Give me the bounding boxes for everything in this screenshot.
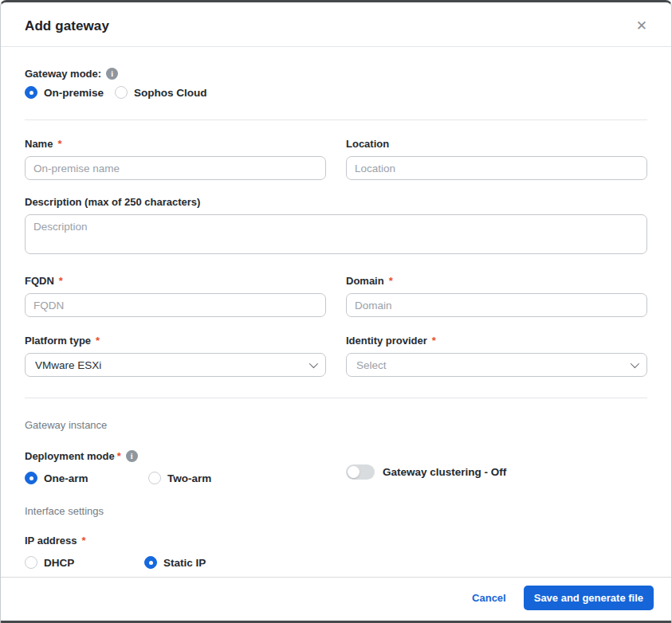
dialog-body: Gateway mode: i On-premise Sophos Cloud …: [1, 47, 671, 623]
gateway-clustering-group: Gateway clustering - Off: [346, 450, 647, 484]
divider: [25, 398, 647, 398]
dialog-header: Add gateway ✕: [1, 2, 671, 47]
deployment-mode-group: Deployment mode * i One-arm Two-arm: [25, 450, 326, 484]
radio-on-premise[interactable]: On-premise: [25, 86, 104, 99]
required-marker: *: [57, 138, 61, 150]
radio-one-arm[interactable]: One-arm: [25, 472, 148, 484]
required-marker: *: [59, 275, 63, 287]
deployment-mode-radio-group: One-arm Two-arm: [25, 472, 326, 484]
description-textarea[interactable]: [25, 214, 647, 254]
location-field-group: Location: [346, 138, 647, 180]
name-location-row: Name * Location: [25, 138, 647, 180]
dialog-footer: Cancel Save and generate file: [1, 577, 671, 621]
gateway-clustering-label: Gateway clustering - Off: [383, 466, 506, 478]
gateway-instance-section-label: Gateway instance: [25, 419, 647, 431]
location-label: Location: [346, 138, 389, 150]
radio-static-ip[interactable]: Static IP: [144, 556, 206, 569]
platform-identity-row: Platform type * VMware ESXi Identity pro…: [25, 335, 647, 377]
required-marker: *: [389, 275, 393, 287]
deployment-mode-label: Deployment mode: [25, 450, 115, 462]
ip-address-radio-group: DHCP Static IP: [25, 556, 647, 569]
domain-input[interactable]: [346, 293, 647, 317]
radio-unselected-icon: [148, 472, 161, 484]
platform-type-field-group: Platform type * VMware ESXi: [25, 335, 326, 377]
info-icon[interactable]: i: [126, 450, 138, 462]
save-and-generate-file-button[interactable]: Save and generate file: [524, 586, 654, 610]
toggle-off-icon: [346, 464, 375, 480]
ip-address-label: IP address: [25, 535, 77, 547]
radio-selected-icon: [25, 472, 37, 484]
name-input[interactable]: [25, 156, 326, 180]
fqdn-label: FQDN: [25, 275, 54, 287]
gateway-mode-label: Gateway mode:: [25, 68, 101, 80]
identity-provider-placeholder: Select: [356, 359, 387, 371]
name-field-group: Name *: [25, 138, 326, 180]
required-marker: *: [117, 450, 121, 462]
divider: [25, 120, 647, 120]
required-marker: *: [432, 335, 436, 347]
dialog-title: Add gateway: [25, 18, 109, 34]
chevron-down-icon: [631, 359, 639, 368]
platform-type-select[interactable]: VMware ESXi: [25, 353, 326, 377]
platform-type-label: Platform type: [25, 335, 91, 347]
description-field-group: Description (max of 250 characters): [25, 196, 647, 257]
radio-unselected-icon: [115, 86, 128, 99]
close-icon[interactable]: ✕: [633, 16, 650, 36]
chevron-down-icon: [309, 359, 318, 368]
identity-provider-label: Identity provider: [346, 335, 427, 347]
domain-label: Domain: [346, 275, 384, 287]
add-gateway-dialog: Add gateway ✕ Gateway mode: i On-premise…: [0, 0, 672, 623]
radio-sophos-cloud[interactable]: Sophos Cloud: [115, 86, 207, 99]
required-marker: *: [82, 535, 86, 547]
gateway-mode-radio-group: On-premise Sophos Cloud: [25, 86, 647, 99]
gateway-clustering-toggle[interactable]: Gateway clustering - Off: [346, 464, 506, 480]
interface-settings-section-label: Interface settings: [25, 505, 647, 517]
platform-type-value: VMware ESXi: [35, 359, 101, 371]
radio-two-arm[interactable]: Two-arm: [148, 472, 211, 484]
required-marker: *: [96, 335, 100, 347]
fqdn-input[interactable]: [25, 293, 326, 317]
identity-provider-field-group: Identity provider * Select: [346, 335, 647, 377]
fqdn-domain-row: FQDN * Domain *: [25, 275, 647, 317]
radio-unselected-icon: [25, 556, 37, 569]
cancel-button[interactable]: Cancel: [472, 592, 506, 604]
fqdn-field-group: FQDN *: [25, 275, 326, 317]
radio-selected-icon: [144, 556, 157, 569]
gateway-mode-label-row: Gateway mode: i: [25, 68, 647, 80]
domain-field-group: Domain *: [346, 275, 647, 317]
radio-dhcp[interactable]: DHCP: [25, 556, 144, 569]
name-label: Name: [25, 138, 53, 150]
deployment-mode-row: Deployment mode * i One-arm Two-arm: [25, 450, 647, 484]
description-label: Description (max of 250 characters): [25, 196, 200, 208]
info-icon[interactable]: i: [106, 68, 118, 80]
radio-selected-icon: [25, 86, 37, 99]
ip-address-mode-group: IP address * DHCP Static IP: [25, 535, 647, 569]
identity-provider-select[interactable]: Select: [346, 353, 647, 377]
location-input[interactable]: [346, 156, 647, 180]
